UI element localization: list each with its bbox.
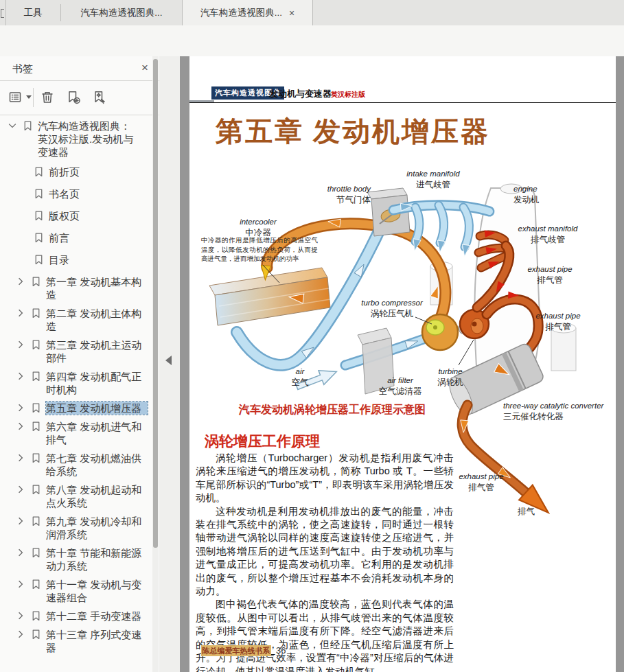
sidebar-scrollbar[interactable] <box>152 56 159 672</box>
bookmarks-toolbar <box>0 81 159 115</box>
tab-tools[interactable]: 工具 <box>5 0 60 25</box>
body-text: 涡轮增压（Turbocharger）发动机是指利用废气冲击涡轮来压缩进气的增压发… <box>196 452 454 672</box>
chevron-right-icon[interactable] <box>15 339 27 351</box>
locate-bookmark-icon[interactable] <box>89 89 110 106</box>
chevron-right-icon[interactable] <box>15 484 27 496</box>
bookmark-label: 第四章 发动机配气正时机构 <box>46 370 148 396</box>
bookmark-item[interactable]: 第二章 发动机主体构造 <box>0 307 152 333</box>
bookmark-item[interactable]: 第七章 发动机燃油供给系统 <box>0 452 152 478</box>
bookmark-item[interactable]: 书名页 <box>0 187 152 200</box>
label-turbine: turbine涡轮机 <box>430 367 471 388</box>
bookmark-item[interactable]: 第十一章 发动机与变速器组合 <box>0 578 152 604</box>
bookmark-icon <box>30 402 42 414</box>
bookmarks-panel: 书签 × 汽车构造透视图典：英汉标注版.发动机与变速器 <box>0 56 160 672</box>
bookmarks-title: 书签 <box>12 62 33 76</box>
bookmark-item[interactable]: 版权页 <box>0 209 152 222</box>
panel-close-icon[interactable]: × <box>141 61 148 75</box>
bookmark-label: 第九章 发动机冷却和润滑系统 <box>46 515 148 541</box>
chevron-right-icon[interactable] <box>15 579 27 591</box>
label-intake-manifold: intake manifold进气歧管 <box>395 169 471 190</box>
tab-bar: 工具 汽车构造透视图典... 汽车构造透视图典... × <box>0 0 624 26</box>
bookmark-options-icon[interactable] <box>5 89 26 106</box>
page-header-subtitle: 发动机与变速器 <box>269 88 332 100</box>
tab-tools-label: 工具 <box>24 7 43 19</box>
label-exhaust-pipe-1: exhaust pipe排气管 <box>519 264 581 286</box>
bookmark-icon <box>30 308 42 319</box>
tab-close-icon[interactable]: × <box>289 8 294 18</box>
bookmark-icon <box>30 276 42 288</box>
chevron-right-icon[interactable] <box>15 452 27 465</box>
header-rule-thin <box>189 102 616 103</box>
tab-document-2-active[interactable]: 汽车构造透视图典... × <box>182 0 313 25</box>
bookmark-item[interactable]: 第四章 发动机配气正时机构 <box>0 370 152 396</box>
bookmark-label: 目录 <box>49 253 150 266</box>
bookmark-label: 第二章 发动机主体构造 <box>46 307 148 333</box>
label-engine: engine发动机 <box>513 184 540 205</box>
bookmark-label: 第十一章 发动机与变速器组合 <box>46 578 148 604</box>
footer-series-badge: 陈总编爱车热线书系 <box>201 645 271 656</box>
bookmark-icon <box>33 166 45 178</box>
bookmark-item[interactable]: 汽车构造透视图典：英汉标注版.发动机与变速器 <box>0 119 152 159</box>
label-exhaust-out: 排气 <box>518 506 535 517</box>
tab-document-1-label: 汽车构造透视图典... <box>80 7 162 19</box>
main-toolbar: (44 / 132) 79.6% <box>0 25 624 57</box>
collapse-arrow-icon[interactable] <box>165 356 172 365</box>
label-catalytic-converter: three-way catalytic converter三元催化转化器 <box>503 401 603 422</box>
bookmark-item[interactable]: 第十章 节能和新能源动力系统 <box>0 546 152 572</box>
bookmark-icon <box>30 421 42 432</box>
panel-collapse-strip[interactable] <box>159 56 180 672</box>
chevron-right-icon[interactable] <box>15 402 27 415</box>
bookmark-icon <box>30 371 42 382</box>
tab-document-2-label: 汽车构造透视图典... <box>200 7 282 19</box>
chevron-down-icon[interactable] <box>7 120 19 132</box>
bookmark-icon <box>22 120 34 132</box>
bookmark-item[interactable]: 第三章 发动机主运动部件 <box>0 338 152 364</box>
chapter-title: 第五章 发动机增压器 <box>216 113 490 150</box>
chevron-right-icon[interactable] <box>15 610 27 623</box>
scrollbar-thumb[interactable] <box>153 59 158 548</box>
bookmark-item[interactable]: 前言 <box>0 231 152 244</box>
paragraph-3: 图中褐色代表气体的温度较高，蓝色则代表气体的温度较低。从图中可以看出，从排气歧管… <box>196 598 454 672</box>
bookmark-icon <box>30 452 42 464</box>
bookmark-item[interactable]: 第六章 发动机进气和排气 <box>0 420 152 446</box>
bookmark-label: 第十二章 手动变速器 <box>46 610 148 623</box>
label-air-filter: air filter空气滤清器 <box>369 375 431 397</box>
add-bookmark-icon[interactable] <box>63 89 84 106</box>
bookmark-label: 第六章 发动机进气和排气 <box>46 420 148 446</box>
tab-document-1[interactable]: 汽车构造透视图典... <box>61 0 182 25</box>
bookmark-label: 第一章 发动机基本构造 <box>46 275 148 301</box>
bookmark-item[interactable]: 第十三章 序列式变速器 <box>0 628 152 654</box>
chevron-right-icon[interactable] <box>15 515 27 528</box>
chevron-right-icon[interactable] <box>15 308 27 320</box>
chevron-right-icon[interactable] <box>15 629 27 641</box>
delete-bookmark-icon[interactable] <box>37 89 58 106</box>
bookmark-item-selected[interactable]: 第五章 发动机增压器 <box>0 402 152 415</box>
bookmark-label: 书名页 <box>49 187 150 200</box>
chevron-right-icon[interactable] <box>15 547 27 559</box>
bookmark-item[interactable]: 第十二章 手动变速器 <box>0 610 152 623</box>
label-turbo-compressor: turbo compressor涡轮压气机 <box>354 298 430 319</box>
options-chevron-icon[interactable] <box>26 95 32 99</box>
pdf-reader-window: 工具 汽车构造透视图典... 汽车构造透视图典... × <box>0 0 624 672</box>
bookmark-icon <box>30 610 42 622</box>
bookmark-item[interactable]: 目录 <box>0 253 152 266</box>
bookmark-item[interactable]: 第九章 发动机冷却和润滑系统 <box>0 515 152 541</box>
bookmarks-header: 书签 × <box>0 56 159 81</box>
bookmark-icon <box>30 579 42 590</box>
bookmark-icon <box>30 547 42 559</box>
bookmark-label: 第十章 节能和新能源动力系统 <box>46 546 148 572</box>
chevron-right-icon[interactable] <box>15 276 27 288</box>
bookmark-label: 第八章 发动机起动和点火系统 <box>46 483 148 509</box>
bookmark-icon <box>33 232 45 244</box>
intercooler-note: 中冷器的作用是降低增压后的高温空气温度，以降低发动机的热负荷，从而提高进气量，进… <box>201 236 318 264</box>
chevron-right-icon[interactable] <box>15 421 27 433</box>
bookmark-item[interactable]: 第八章 发动机起动和点火系统 <box>0 483 152 509</box>
bookmark-icon <box>33 210 45 222</box>
chevron-right-icon[interactable] <box>15 371 27 383</box>
document-area[interactable]: 汽车构造透视图典 发动机与变速器 英汉标注版 第五章 发动机增压器 <box>180 56 624 672</box>
bookmark-label: 第五章 发动机增压器 <box>46 402 148 415</box>
bookmark-item[interactable]: 前折页 <box>0 165 152 178</box>
bookmark-label: 汽车构造透视图典：英汉标注版.发动机与变速器 <box>38 119 139 159</box>
bookmark-item[interactable]: 第一章 发动机基本构造 <box>0 275 152 301</box>
section-heading: 涡轮增压工作原理 <box>205 432 320 451</box>
